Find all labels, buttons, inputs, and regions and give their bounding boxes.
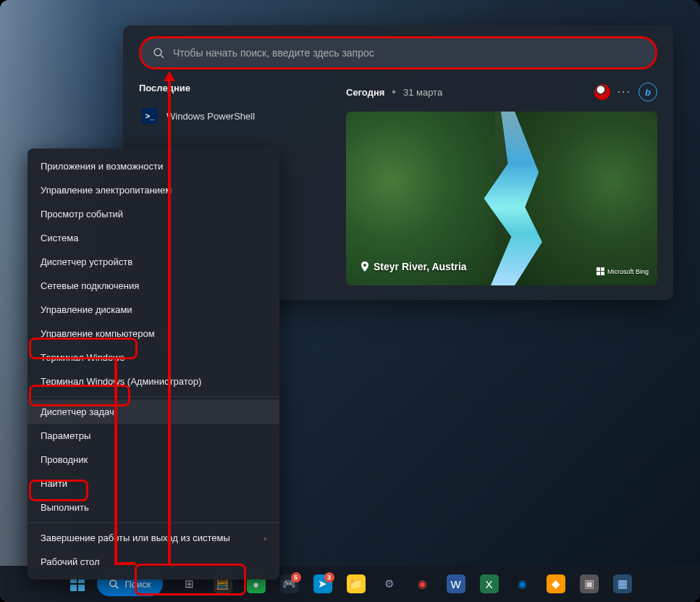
taskbar-chrome[interactable]: ◉ xyxy=(408,570,438,598)
search-icon xyxy=(109,579,119,589)
ctx-item-5[interactable]: Сетевые подключения xyxy=(28,274,279,298)
ctx-item-3[interactable]: Система xyxy=(28,226,279,250)
ctx-item-13[interactable]: Найти xyxy=(28,472,279,496)
ctx-item-15[interactable]: Завершение работы или выход из системы› xyxy=(28,526,279,550)
settings-icon: ⚙ xyxy=(380,574,399,593)
bing-icon[interactable]: b xyxy=(638,83,657,101)
telegram-icon: ➤3 xyxy=(313,574,332,593)
today-section: Сегодня • 31 марта ··· b Steyr River, Au… xyxy=(346,83,657,285)
chrome-icon: ◉ xyxy=(413,574,432,593)
ctx-item-7[interactable]: Управление компьютером xyxy=(28,322,279,346)
recent-item-label: Windows PowerShell xyxy=(166,111,255,122)
user-avatar[interactable] xyxy=(594,84,610,100)
chevron-right-icon: › xyxy=(263,534,266,543)
winx-context-menu: Приложения и возможностиУправление элект… xyxy=(28,149,279,580)
app1-icon: ◆ xyxy=(547,574,565,593)
taskbar-excel[interactable]: X xyxy=(474,570,505,598)
svg-line-3 xyxy=(116,586,119,589)
location-icon xyxy=(360,262,369,272)
ctx-item-16[interactable]: Рабочий стол xyxy=(28,550,279,574)
search-box[interactable] xyxy=(139,36,657,70)
badge: 3 xyxy=(324,572,334,582)
steam-icon: 🎮5 xyxy=(280,574,299,593)
taskbar-word[interactable]: W xyxy=(441,570,471,598)
bing-brand: Microsoft Bing xyxy=(596,267,649,275)
taskbar-settings[interactable]: ⚙ xyxy=(374,570,405,598)
search-input[interactable] xyxy=(173,47,644,59)
ctx-item-12[interactable]: Проводник xyxy=(28,448,279,472)
ctx-item-0[interactable]: Приложения и возможности xyxy=(28,154,279,178)
ctx-item-1[interactable]: Управление электропитанием xyxy=(28,178,279,202)
ctx-item-8[interactable]: Терминал Windows xyxy=(28,346,279,369)
search-icon xyxy=(153,47,164,59)
today-date: 31 марта xyxy=(403,87,442,98)
bing-hero-image[interactable]: Steyr River, Austria Microsoft Bing xyxy=(346,112,657,285)
taskbar-app3[interactable]: ▦ xyxy=(607,570,638,598)
ctx-item-4[interactable]: Диспетчер устройств xyxy=(28,250,279,274)
svg-point-0 xyxy=(154,49,161,56)
svg-line-1 xyxy=(161,55,164,58)
ctx-item-10[interactable]: Диспетчер задач xyxy=(28,400,279,424)
taskbar-telegram[interactable]: ➤3 xyxy=(308,570,338,598)
taskbar-explorer[interactable]: 📁 xyxy=(341,570,371,598)
ctx-item-14[interactable]: Выполнить xyxy=(28,496,279,519)
ctx-item-11[interactable]: Параметры xyxy=(28,424,279,448)
ctx-item-9[interactable]: Терминал Windows (Администратор) xyxy=(28,369,279,393)
taskbar-app1[interactable]: ◆ xyxy=(541,570,571,598)
powershell-icon: >_ xyxy=(142,108,158,124)
recent-header: Последние xyxy=(139,83,326,93)
edge-icon: ◉ xyxy=(513,574,532,593)
app2-icon: ▣ xyxy=(580,574,599,593)
recent-item-powershell[interactable]: >_ Windows PowerShell xyxy=(139,104,326,128)
desktop: Последние >_ Windows PowerShell Сегодня … xyxy=(0,0,700,602)
app3-icon: ▦ xyxy=(613,574,632,593)
hero-location: Steyr River, Austria xyxy=(360,261,467,272)
word-icon: W xyxy=(447,574,465,593)
ctx-item-6[interactable]: Управление дисками xyxy=(28,298,279,322)
ctx-item-2[interactable]: Просмотр событий xyxy=(28,202,279,226)
svg-point-2 xyxy=(110,580,117,587)
taskbar-app2[interactable]: ▣ xyxy=(574,570,604,598)
explorer-icon: 📁 xyxy=(347,574,366,593)
taskbar-edge[interactable]: ◉ xyxy=(507,570,538,598)
today-label: Сегодня xyxy=(346,87,384,98)
badge: 5 xyxy=(291,572,301,582)
more-button[interactable]: ··· xyxy=(617,85,631,99)
excel-icon: X xyxy=(480,574,499,593)
